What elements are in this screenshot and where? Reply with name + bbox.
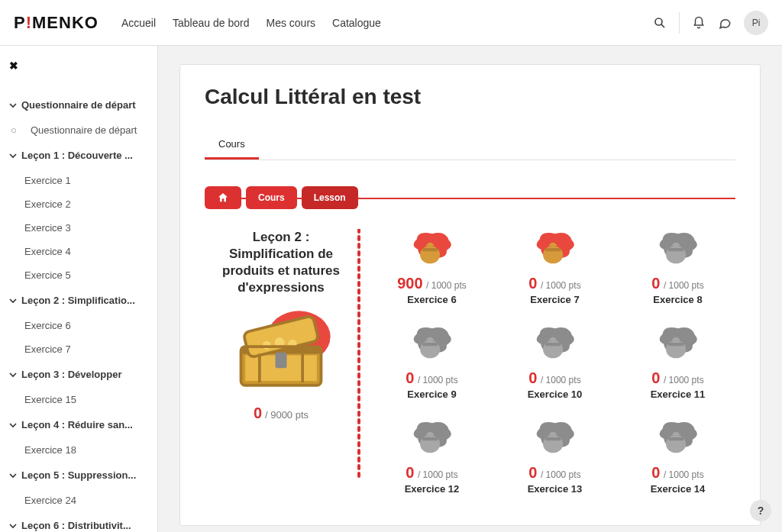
exercise-card[interactable]: 0 / 1000 pts Exercice 7 (497, 229, 612, 305)
sidebar-section[interactable]: Questionnaire de départ (0, 92, 154, 118)
exercise-score: 0 / 1000 pts (497, 464, 612, 482)
exercise-name: Exercice 9 (374, 389, 490, 400)
sidebar-item[interactable]: Questionnaire de départ (0, 118, 154, 142)
sidebar-section[interactable]: Leçon 1 : Découverte ... (0, 142, 154, 169)
sidebar-item[interactable]: Exercice 18 (0, 438, 154, 462)
exercise-name: Exercice 12 (374, 483, 490, 495)
sidebar-section[interactable]: Leçon 4 : Réduire san... (0, 411, 154, 438)
sidebar-item[interactable]: Exercice 24 (0, 488, 154, 512)
nav-catalogue[interactable]: Catalogue (332, 17, 381, 29)
sidebar-section-title: Leçon 5 : Suppression... (21, 469, 136, 481)
sidebar-section-title: Leçon 1 : Découverte ... (21, 150, 133, 161)
lesson-score-value: 0 (254, 405, 262, 421)
sidebar-item[interactable]: Exercice 15 (0, 388, 154, 411)
page-title: Calcul Littéral en test (205, 85, 735, 109)
exercise-card[interactable]: 0 / 1000 pts Exercice 14 (620, 418, 735, 495)
nav-accueil[interactable]: Accueil (121, 17, 156, 29)
exercise-score-value: 0 (406, 464, 414, 481)
svg-rect-31 (544, 437, 560, 440)
nav-mes-cours[interactable]: Mes cours (266, 17, 315, 29)
exercise-score: 0 / 1000 pts (620, 464, 735, 482)
exercise-card[interactable]: 0 / 1000 pts Exercice 10 (497, 324, 612, 400)
sidebar-section[interactable]: Leçon 2 : Simplificatio... (0, 287, 154, 314)
header-icons: Pi (653, 11, 768, 35)
breadcrumb-home[interactable] (205, 186, 241, 209)
exercise-score-value: 900 (397, 275, 422, 292)
exercise-score-max: / 1000 pts (541, 469, 581, 480)
svg-rect-17 (422, 248, 437, 251)
breadcrumb-lesson[interactable]: Lesson (302, 186, 358, 209)
bag-icon (620, 418, 735, 459)
exercise-card[interactable]: 0 / 1000 pts Exercice 8 (620, 229, 735, 305)
sidebar-section-title: Leçon 2 : Simplificatio... (21, 295, 135, 306)
exercise-card[interactable]: 0 / 1000 pts Exercice 11 (620, 324, 735, 400)
lesson-score-max: / 9000 pts (265, 409, 309, 421)
bag-icon (374, 229, 490, 270)
svg-line-1 (661, 24, 664, 27)
exercise-card[interactable]: 0 / 1000 pts Exercice 12 (374, 418, 490, 495)
exercise-score-value: 0 (528, 369, 537, 386)
sidebar-section-title: Leçon 6 : Distributivit... (21, 520, 131, 531)
exercise-card[interactable]: 0 / 1000 pts Exercice 13 (497, 418, 612, 495)
svg-rect-21 (667, 248, 683, 251)
sidebar-item[interactable]: Exercice 6 (0, 314, 154, 337)
sidebar-item[interactable]: Exercice 7 (0, 337, 154, 361)
top-nav: Accueil Tableau de bord Mes cours Catalo… (121, 17, 381, 29)
exercise-score-max: / 1000 pts (664, 469, 704, 480)
tabs: Cours (205, 131, 735, 160)
sidebar-section[interactable]: Leçon 3 : Développer (0, 361, 154, 388)
breadcrumb-cours[interactable]: Cours (246, 186, 297, 209)
dotted-divider (357, 229, 360, 495)
exercise-score-max: / 1000 pts (664, 280, 704, 291)
content-card: Calcul Littéral en test Cours Cours Less… (179, 64, 761, 526)
bag-icon (620, 324, 735, 365)
app-header: P!MENKO Accueil Tableau de bord Mes cour… (0, 0, 782, 46)
exercise-score: 0 / 1000 pts (374, 369, 490, 387)
exercise-score: 0 / 1000 pts (374, 464, 490, 482)
sidebar-item[interactable]: Exercice 5 (0, 263, 154, 287)
exercise-name: Exercice 11 (620, 389, 735, 400)
breadcrumb: Cours Lesson (205, 186, 735, 209)
sidebar-section[interactable]: Leçon 6 : Distributivit... (0, 512, 154, 532)
help-button[interactable]: ? (750, 500, 771, 521)
exercise-name: Exercice 6 (374, 294, 490, 305)
exercise-name: Exercice 13 (497, 483, 612, 495)
search-icon[interactable] (653, 16, 667, 30)
chat-icon[interactable] (718, 16, 732, 30)
exercise-grid: 900 / 1000 pts Exercice 6 0 / 1000 pts E… (374, 229, 735, 495)
svg-rect-11 (276, 353, 287, 369)
tab-cours[interactable]: Cours (205, 131, 259, 160)
logo[interactable]: P!MENKO (14, 0, 99, 46)
exercise-name: Exercice 10 (497, 389, 612, 400)
exercise-score: 900 / 1000 pts (374, 275, 490, 292)
avatar[interactable]: Pi (744, 11, 768, 35)
exercise-score-value: 0 (528, 464, 537, 481)
exercise-card[interactable]: 900 / 1000 pts Exercice 6 (374, 229, 490, 305)
bag-icon (374, 418, 490, 459)
exercise-name: Exercice 14 (620, 483, 735, 495)
sidebar-item[interactable]: Exercice 2 (0, 192, 154, 216)
exercise-score-value: 0 (651, 369, 660, 386)
exercise-score-value: 0 (406, 369, 414, 386)
sidebar-item[interactable]: Exercice 1 (0, 169, 154, 192)
bell-icon[interactable] (692, 16, 706, 30)
exercise-score: 0 / 1000 pts (497, 369, 612, 387)
exercise-score-max: / 1000 pts (418, 375, 458, 385)
exercise-score: 0 / 1000 pts (620, 275, 735, 292)
svg-point-0 (655, 18, 662, 25)
sidebar-item[interactable]: Exercice 3 (0, 216, 154, 240)
svg-rect-19 (544, 248, 560, 251)
sidebar-item[interactable]: Exercice 4 (0, 240, 154, 263)
sidebar-section-title: Questionnaire de départ (21, 99, 136, 111)
exercise-score-value: 0 (651, 464, 660, 481)
sidebar: ✖ Questionnaire de départQuestionnaire d… (0, 46, 158, 532)
nav-tableau-de-bord[interactable]: Tableau de bord (173, 17, 249, 29)
exercise-name: Exercice 8 (620, 294, 735, 305)
sidebar-section[interactable]: Leçon 5 : Suppression... (0, 462, 154, 488)
exercise-score-max: / 1000 pts (418, 469, 458, 480)
svg-rect-23 (422, 343, 437, 346)
treasure-chest-icon (212, 302, 350, 398)
bag-icon (374, 324, 490, 365)
exercise-card[interactable]: 0 / 1000 pts Exercice 9 (374, 324, 490, 400)
close-icon[interactable]: ✖ (9, 60, 18, 72)
